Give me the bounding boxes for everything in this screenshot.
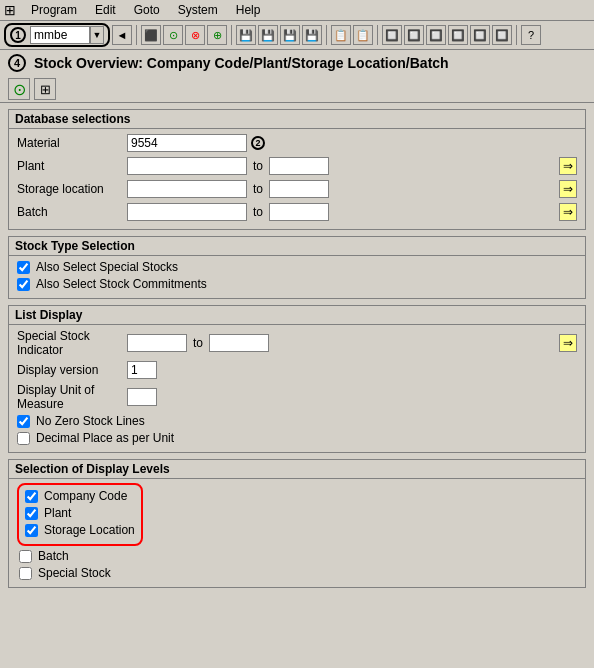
annotation-2: 2	[251, 136, 265, 150]
plant-input-to[interactable]	[269, 157, 329, 175]
toolbar-btn-2[interactable]: 💾	[258, 25, 278, 45]
menu-system[interactable]: System	[175, 2, 221, 18]
special-stocks-label: Also Select Special Stocks	[36, 260, 178, 274]
storage-location-level-label: Storage Location	[44, 523, 135, 537]
toolbar-btn-help[interactable]: ?	[521, 25, 541, 45]
toolbar-separator-2	[231, 25, 232, 45]
batch-row: Batch to ⇒	[17, 202, 577, 222]
system-icon: ⊞	[4, 2, 16, 18]
ssi-to-label: to	[193, 336, 203, 350]
special-stock-indicator-from[interactable]	[127, 334, 187, 352]
menu-help[interactable]: Help	[233, 2, 264, 18]
plant-level-label: Plant	[44, 506, 71, 520]
display-uom-input[interactable]	[127, 388, 157, 406]
plant-level-row: Plant	[25, 506, 135, 520]
storage-location-level-checkbox[interactable]	[25, 524, 38, 537]
transaction-input[interactable]	[30, 26, 90, 44]
toolbar-btn-add[interactable]: ⊕	[207, 25, 227, 45]
list-display-section: List Display Special Stock Indicator to …	[8, 305, 586, 453]
special-stocks-checkbox[interactable]	[17, 261, 30, 274]
page-title: Stock Overview: Company Code/Plant/Stora…	[34, 55, 449, 71]
database-selections-title: Database selections	[9, 110, 585, 129]
decimal-place-checkbox[interactable]	[17, 432, 30, 445]
material-row: Material 2	[17, 133, 577, 153]
toolbar-btn-stop[interactable]: ⊗	[185, 25, 205, 45]
no-zero-stock-row: No Zero Stock Lines	[17, 414, 577, 428]
annotation-1: 1	[10, 27, 26, 43]
plant-level-checkbox[interactable]	[25, 507, 38, 520]
storage-location-input-to[interactable]	[269, 180, 329, 198]
no-zero-stock-checkbox[interactable]	[17, 415, 30, 428]
action-copy-btn[interactable]: ⊞	[34, 78, 56, 100]
list-display-title: List Display	[9, 306, 585, 325]
storage-location-label: Storage location	[17, 182, 127, 196]
batch-to-label: to	[253, 205, 263, 219]
display-version-input[interactable]	[127, 361, 157, 379]
batch-label: Batch	[17, 205, 127, 219]
main-content: Database selections Material 2 Plant to …	[0, 103, 594, 600]
batch-input-from[interactable]	[127, 203, 247, 221]
toolbar-btn-10[interactable]: 🔲	[448, 25, 468, 45]
batch-level-checkbox[interactable]	[19, 550, 32, 563]
menu-bar: ⊞ Program Edit Goto System Help	[0, 0, 594, 21]
stock-type-section: Stock Type Selection Also Select Special…	[8, 236, 586, 299]
toolbar-separator-5	[516, 25, 517, 45]
stock-commitments-label: Also Select Stock Commitments	[36, 277, 207, 291]
display-version-label: Display version	[17, 363, 127, 377]
ssi-arrow-btn[interactable]: ⇒	[559, 334, 577, 352]
display-version-row: Display version	[17, 360, 577, 380]
toolbar-btn-11[interactable]: 🔲	[470, 25, 490, 45]
plant-label: Plant	[17, 159, 127, 173]
menu-goto[interactable]: Goto	[131, 2, 163, 18]
toolbar-btn-save[interactable]: ⬛	[141, 25, 161, 45]
display-uom-row: Display Unit of Measure	[17, 383, 577, 411]
batch-arrow-btn[interactable]: ⇒	[559, 203, 577, 221]
menu-edit[interactable]: Edit	[92, 2, 119, 18]
toolbar-btn-7[interactable]: 🔲	[382, 25, 402, 45]
company-code-checkbox[interactable]	[25, 490, 38, 503]
toolbar-btn-9[interactable]: 🔲	[426, 25, 446, 45]
toolbar-btn-6[interactable]: 📋	[353, 25, 373, 45]
storage-location-input-from[interactable]	[127, 180, 247, 198]
toolbar-btn-5[interactable]: 📋	[331, 25, 351, 45]
toolbar-btn-3[interactable]: 💾	[280, 25, 300, 45]
material-input[interactable]	[127, 134, 247, 152]
toolbar-separator-3	[326, 25, 327, 45]
nav-back-btn[interactable]: ◄	[112, 25, 132, 45]
toolbar-btn-execute[interactable]: ⊙	[163, 25, 183, 45]
toolbar-btn-4[interactable]: 💾	[302, 25, 322, 45]
toolbar-btn-1[interactable]: 💾	[236, 25, 256, 45]
action-execute-btn[interactable]: ⊙	[8, 78, 30, 100]
batch-input-to[interactable]	[269, 203, 329, 221]
stock-commitments-row: Also Select Stock Commitments	[17, 277, 577, 291]
menu-program[interactable]: Program	[28, 2, 80, 18]
decimal-place-label: Decimal Place as per Unit	[36, 431, 174, 445]
action-toolbar: ⊙ ⊞	[0, 76, 594, 103]
special-stock-level-row: Special Stock	[19, 566, 577, 580]
storage-location-to-label: to	[253, 182, 263, 196]
special-stock-indicator-row: Special Stock Indicator to ⇒	[17, 329, 577, 357]
display-levels-section: Selection of Display Levels Company Code…	[8, 459, 586, 588]
plant-row: Plant to ⇒	[17, 156, 577, 176]
toolbar-btn-8[interactable]: 🔲	[404, 25, 424, 45]
company-code-label: Company Code	[44, 489, 127, 503]
plant-to-label: to	[253, 159, 263, 173]
storage-location-arrow-btn[interactable]: ⇒	[559, 180, 577, 198]
below-highlight: Batch Special Stock	[19, 549, 577, 580]
list-display-body: Special Stock Indicator to ⇒ Display ver…	[9, 325, 585, 452]
transaction-dropdown[interactable]: ▼	[90, 26, 104, 44]
display-uom-label: Display Unit of Measure	[17, 383, 127, 411]
special-stock-level-checkbox[interactable]	[19, 567, 32, 580]
special-stock-indicator-to[interactable]	[209, 334, 269, 352]
stock-commitments-checkbox[interactable]	[17, 278, 30, 291]
transaction-box: 1 ▼	[4, 23, 110, 47]
decimal-place-row: Decimal Place as per Unit	[17, 431, 577, 445]
toolbar-btn-12[interactable]: 🔲	[492, 25, 512, 45]
no-zero-stock-label: No Zero Stock Lines	[36, 414, 145, 428]
stock-type-body: Also Select Special Stocks Also Select S…	[9, 256, 585, 298]
storage-location-row: Storage location to ⇒	[17, 179, 577, 199]
page-title-bar: 4 Stock Overview: Company Code/Plant/Sto…	[0, 50, 594, 76]
plant-input-from[interactable]	[127, 157, 247, 175]
material-label: Material	[17, 136, 127, 150]
plant-arrow-btn[interactable]: ⇒	[559, 157, 577, 175]
